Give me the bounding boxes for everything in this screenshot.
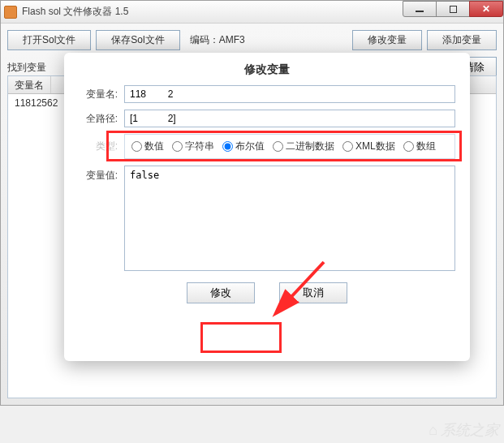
input-var-name[interactable] (124, 85, 455, 103)
modal-title: 修改变量 (79, 62, 455, 77)
radio-number[interactable] (131, 141, 142, 152)
row-value: 变量值: (79, 166, 455, 271)
modify-variable-dialog: 修改变量 变量名: 全路径: 类型: 数值 字符串 布尔值 二进制数据 XML数… (64, 53, 470, 361)
watermark: ⌂ 系统之家 (429, 420, 499, 440)
type-radio-group: 数值 字符串 布尔值 二进制数据 XML数据 数组 (124, 134, 455, 159)
radio-bool[interactable] (222, 141, 233, 152)
row-var-name: 变量名: (79, 85, 455, 103)
textarea-value[interactable] (124, 166, 455, 271)
type-bool[interactable]: 布尔值 (222, 140, 265, 153)
modify-button[interactable]: 修改 (187, 282, 255, 303)
radio-binary[interactable] (273, 141, 283, 152)
row-type: 类型: 数值 字符串 布尔值 二进制数据 XML数据 数组 (79, 134, 455, 159)
modal-backdrop: 修改变量 变量名: 全路径: 类型: 数值 字符串 布尔值 二进制数据 XML数… (1, 1, 503, 405)
label-type: 类型: (79, 140, 118, 153)
type-xml[interactable]: XML数据 (342, 140, 395, 153)
main-window: Flash sol 文件修改器 1.5 ✕ 打开Sol文件 保存Sol文件 编码… (0, 0, 504, 406)
label-var-name: 变量名: (79, 88, 118, 101)
cancel-button[interactable]: 取消 (279, 282, 347, 303)
watermark-icon: ⌂ (429, 422, 437, 439)
input-path[interactable] (124, 110, 455, 127)
label-path: 全路径: (79, 112, 118, 126)
type-binary[interactable]: 二进制数据 (273, 140, 334, 153)
label-value: 变量值: (79, 166, 118, 271)
type-string[interactable]: 字符串 (172, 140, 214, 153)
row-path: 全路径: (79, 110, 455, 127)
annotation-highlight-modify (200, 322, 282, 353)
modal-buttons: 修改 取消 (79, 282, 455, 303)
radio-string[interactable] (172, 141, 183, 152)
type-number[interactable]: 数值 (131, 140, 164, 153)
type-array[interactable]: 数组 (403, 140, 436, 153)
radio-xml[interactable] (342, 141, 353, 152)
radio-array[interactable] (403, 141, 414, 152)
